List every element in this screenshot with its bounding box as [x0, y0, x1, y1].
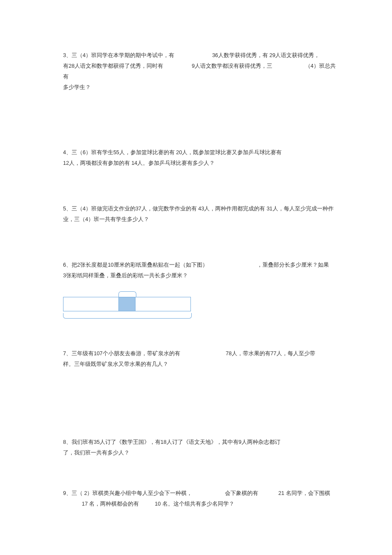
q7-line1-b: 78人，带水果的有77人，每人至少带: [226, 351, 315, 357]
q6-line1-b: ，重叠部分长多少厘米？如果: [257, 262, 329, 268]
q3-line1-a: 3、三（4）班同学在本学期的期中考试中，有: [63, 52, 174, 58]
q9-line1-c: 21 名同学，会下围棋: [278, 490, 330, 496]
q4-line1: 4、三（6）班有学生55人，参加篮球比赛的有 20人，既参加篮球比赛又参加乒乓球…: [63, 147, 337, 158]
q3-line3: 多少学生？: [63, 82, 337, 93]
problem-9: 9、三（ 2）班棋类兴趣小组中每人至少会下一种棋， 会下象棋的有 21 名同学，…: [63, 488, 337, 509]
q3-line1-b: 36人数学获得优秀，有 29人语文获得优秀，: [212, 52, 320, 58]
problem-7: 7、三年级有107个小朋友去春游，带矿泉水的有 78人，带水果的有77人，每人至…: [63, 348, 337, 370]
q9-line1-b: 会下象棋的有: [225, 490, 258, 496]
q3-line2-b: 9人语文数学都没有获得优秀，三: [192, 63, 272, 69]
brace-bottom: [63, 313, 192, 319]
problem-5: 5、三（4）班做完语文作业的37人，做完数学作业的有 43人，两种作用都完成的有…: [63, 204, 337, 225]
overlap-diagram: [63, 291, 191, 319]
problem-6: 6、把2张长度都是10厘米的彩纸重叠粘贴在一起（如下图） ，重叠部分长多少厘米？…: [63, 260, 337, 319]
q7-line2: 样。三年级既带矿泉水又带水果的有几人？: [63, 359, 337, 370]
problem-3: 3、三（4）班同学在本学期的期中考试中，有 36人数学获得优秀，有 29人语文获…: [63, 50, 337, 93]
strips-container: [63, 297, 191, 312]
q6-line2: 3张彩纸同样重叠，重叠后的彩纸一共长多少厘米？: [63, 270, 337, 281]
document-page: 3、三（4）班同学在本学期的期中考试中，有 36人数学获得优秀，有 29人语文获…: [0, 0, 392, 555]
q8-line2: 了，我们班一共有多少人？: [63, 448, 337, 458]
q5-line2: 业，三（4）班一共有学生多少人？: [63, 214, 337, 225]
overlap-region: [118, 297, 135, 311]
q9-line1-a: 9、三（ 2）班棋类兴趣小组中每人至少会下一种棋，: [63, 490, 192, 496]
q3-line2-a: 有28人语文和数学都获得了优秀，同时有: [63, 63, 163, 69]
problem-8: 8、我们班有35人订了《数学王国》，有18人订了《语文天地》，其中有9人两种杂志…: [63, 437, 337, 458]
q7-line1-a: 7、三年级有107个小朋友去春游，带矿泉水的有: [63, 351, 180, 357]
q6-line1-a: 6、把2张长度都是10厘米的彩纸重叠粘贴在一起（如下图）: [63, 262, 208, 268]
q9-line2-a: 17 名，两种棋都会的有: [82, 501, 139, 507]
q8-line1: 8、我们班有35人订了《数学王国》，有18人订了《语文天地》，其中有9人两种杂志…: [63, 437, 337, 448]
q5-line1: 5、三（4）班做完语文作业的37人，做完数学作业的有 43人，两种作用都完成的有…: [63, 204, 337, 214]
q4-line2: 12人，两项都没有参加的有 14人。参加乒乓球比赛有多少人？: [63, 158, 337, 169]
problem-4: 4、三（6）班有学生55人，参加篮球比赛的有 20人，既参加篮球比赛又参加乒乓球…: [63, 147, 337, 169]
brace-top: [118, 291, 136, 297]
q9-line2-b: 10 名。这个组共有多少名同学？: [155, 501, 234, 507]
